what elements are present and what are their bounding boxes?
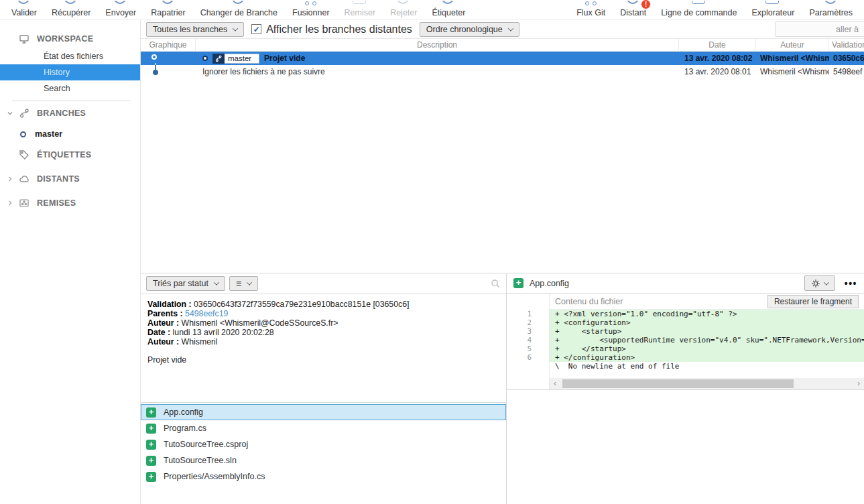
- horizontal-scrollbar[interactable]: ‹ ›: [550, 378, 864, 389]
- file-panel: Triés par statut ≡ Validation : 03650c64…: [141, 273, 506, 504]
- sidebar-item-history[interactable]: History: [0, 64, 140, 80]
- chevron-right-icon[interactable]: [7, 200, 19, 206]
- column-header-graph[interactable]: Graphique: [141, 39, 196, 51]
- sort-by-status-value: Triés par statut: [153, 279, 208, 288]
- pull-button[interactable]: Rapatrier: [143, 1, 192, 17]
- added-file-icon: +: [146, 440, 156, 450]
- detail-value: Whismeril <Whismeril@CodeSSourceS.fr>: [182, 318, 338, 328]
- line-number: 2: [507, 318, 550, 327]
- parent-commit-link[interactable]: 5498eefc19: [185, 309, 228, 318]
- hunk-title-bar: Contenu du fichier Restaurer le fragment: [550, 294, 864, 310]
- detail-label: Date :: [147, 328, 170, 337]
- stash-button[interactable]: Remiser: [337, 1, 383, 17]
- settings-button[interactable]: Paramètres: [802, 1, 860, 17]
- diff-options-button[interactable]: [804, 275, 835, 291]
- diff-line[interactable]: 2 + <configuration>: [507, 318, 864, 327]
- file-row[interactable]: + TutoSourceTree.csproj: [141, 436, 506, 452]
- gitflow-button[interactable]: Flux Git: [569, 1, 613, 17]
- line-text: + </startup>: [550, 344, 864, 353]
- view-options-button[interactable]: ≡: [229, 276, 258, 291]
- toolbar-right-group: Flux Git ! Distant Ligne de commande Exp…: [569, 1, 860, 17]
- commit-row[interactable]: Ignorer les fichiers à ne pas suivre 13 …: [141, 65, 864, 78]
- bottom-panels: Triés par statut ≡ Validation : 03650c64…: [141, 273, 864, 504]
- chevron-right-icon[interactable]: [7, 176, 19, 182]
- chevron-down-icon[interactable]: [7, 110, 19, 117]
- scrollbar-thumb[interactable]: [562, 379, 794, 388]
- terminal-label: Ligne de commande: [661, 8, 737, 17]
- remote-button[interactable]: ! Distant: [613, 1, 654, 17]
- commit-row[interactable]: master Projet vide 13 avr. 2020 08:02 Wh…: [141, 52, 864, 65]
- scroll-left-arrow[interactable]: ‹: [550, 378, 560, 389]
- sidebar-section-tags[interactable]: ÉTIQUETTES: [0, 143, 140, 167]
- file-row[interactable]: + Program.cs: [141, 420, 506, 436]
- sidebar-item-file-status[interactable]: État des fichiers: [0, 48, 140, 64]
- line-number: 5: [507, 344, 550, 353]
- show-remote-branches-checkbox[interactable]: ✓ Afficher les branches distantes: [251, 23, 412, 36]
- hamburger-icon: ≡: [236, 280, 241, 287]
- discard-button[interactable]: Rejeter: [383, 1, 424, 17]
- branches-title: BRANCHES: [37, 109, 86, 118]
- hscroll-row: ‹ ›: [507, 378, 864, 389]
- branch-filter-dropdown[interactable]: Toutes les branches: [146, 22, 244, 37]
- scroll-right-arrow[interactable]: ›: [853, 378, 864, 389]
- commit-hash: 5498eef: [829, 65, 864, 78]
- history-empty-area: [141, 78, 864, 273]
- column-header-commit[interactable]: Validation: [829, 39, 864, 51]
- diff-panel-header: + App.config •••: [507, 273, 864, 294]
- push-label: Envoyer: [105, 8, 136, 17]
- tag-button[interactable]: Étiqueter: [424, 1, 473, 17]
- more-options-button[interactable]: •••: [845, 278, 857, 289]
- commit-button[interactable]: Valider: [4, 1, 44, 17]
- column-header-date[interactable]: Date: [679, 39, 756, 51]
- sidebar-item-search[interactable]: Search: [0, 80, 140, 97]
- jump-to-input[interactable]: aller à: [775, 21, 864, 37]
- merge-icon: [303, 1, 319, 7]
- checkout-button[interactable]: Changer de Branche: [193, 1, 285, 17]
- pull-label: Rapatrier: [151, 8, 185, 17]
- column-header-author[interactable]: Auteur: [756, 39, 829, 51]
- commit-author: Whismeril <Whismeril@CodeSSourceS.fr>: [756, 52, 829, 65]
- diff-line[interactable]: 4 + <supportedRuntime version="v4.0" sku…: [507, 336, 864, 344]
- file-panel-toolbar: Triés par statut ≡: [141, 273, 506, 294]
- push-button[interactable]: Envoyer: [98, 1, 143, 17]
- diff-line[interactable]: 5 + </startup>: [507, 344, 864, 353]
- chevron-down-icon: [214, 279, 219, 285]
- sidebar-section-branches[interactable]: BRANCHES: [0, 101, 140, 125]
- file-name: App.config: [164, 407, 203, 417]
- diff-line[interactable]: 6 + </configuration>: [507, 353, 864, 362]
- explorer-button[interactable]: Explorateur: [744, 1, 802, 17]
- sidebar-section-remotes[interactable]: DISTANTS: [0, 167, 140, 191]
- diff-line[interactable]: 3 + <startup>: [507, 327, 864, 336]
- diff-hunk: Contenu du fichier Restaurer le fragment…: [507, 294, 864, 390]
- diff-line[interactable]: 1 + <?xml version="1.0" encoding="utf-8"…: [507, 310, 864, 318]
- hunk-title-row: Contenu du fichier Restaurer le fragment: [507, 294, 864, 310]
- merge-button[interactable]: Fusionner: [285, 1, 337, 17]
- explorer-label: Explorateur: [751, 8, 794, 17]
- checkbox-checked-icon[interactable]: ✓: [251, 24, 261, 34]
- file-row[interactable]: + Properties/AssemblyInfo.cs: [141, 468, 506, 485]
- stash-icon: [352, 1, 368, 7]
- branch-badge: master: [212, 54, 259, 64]
- file-row[interactable]: + App.config: [141, 404, 506, 420]
- search-icon[interactable]: [491, 279, 501, 289]
- detail-label: Validation :: [147, 300, 192, 309]
- file-name: Properties/AssemblyInfo.cs: [164, 472, 265, 481]
- remote-icon: [625, 1, 641, 7]
- column-header-description[interactable]: Description: [196, 39, 679, 51]
- restore-hunk-button[interactable]: Restaurer le fragment: [767, 295, 859, 308]
- sidebar-section-stashes[interactable]: REMISES: [0, 191, 140, 215]
- changed-file-list: + App.config + Program.cs + TutoSourceTr…: [141, 403, 506, 504]
- tag-icon: [19, 149, 31, 160]
- fetch-button[interactable]: Récupérer: [44, 1, 98, 17]
- file-row[interactable]: + TutoSourceTree.sln: [141, 452, 506, 468]
- sidebar-branch-master[interactable]: master: [0, 125, 140, 143]
- sort-by-status-dropdown[interactable]: Triés par statut: [146, 276, 225, 291]
- terminal-button[interactable]: Ligne de commande: [654, 1, 744, 17]
- head-indicator-icon: [202, 56, 208, 61]
- order-filter-dropdown[interactable]: Ordre chronologique: [420, 22, 519, 37]
- line-text: + <startup>: [550, 327, 864, 336]
- scrollbar-track[interactable]: [560, 378, 853, 389]
- file-name: TutoSourceTree.csproj: [164, 440, 248, 449]
- remotes-title: DISTANTS: [37, 174, 80, 184]
- stash-label: Remiser: [345, 8, 376, 17]
